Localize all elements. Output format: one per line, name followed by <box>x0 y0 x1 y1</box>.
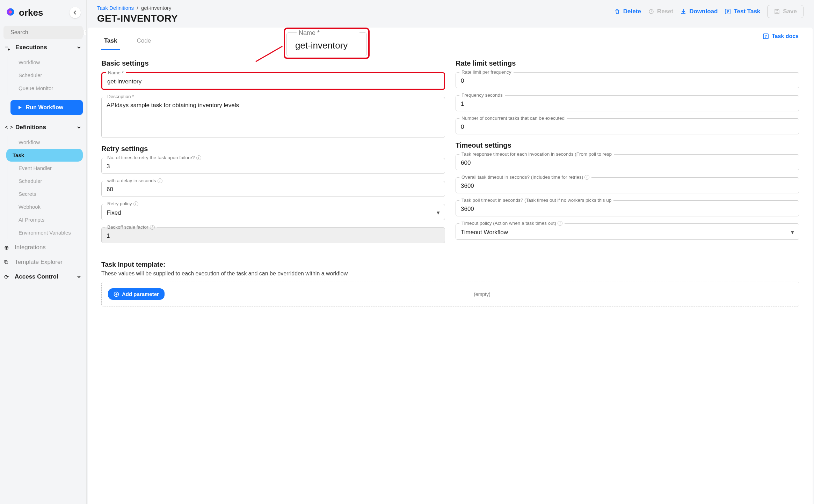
svg-text:?: ? <box>765 35 767 38</box>
rate-heading: Rate limit settings <box>456 59 799 67</box>
overall-timeout-field[interactable]: Overall task timeout in seconds? (Includ… <box>456 177 799 193</box>
chevron-left-icon <box>73 10 77 15</box>
run-workflow-button[interactable]: Run Workflow <box>10 100 83 115</box>
poll-timeout-field[interactable]: Task poll timeout in seconds? (Task time… <box>456 200 799 216</box>
download-button[interactable]: Download <box>680 8 718 15</box>
save-button[interactable]: Save <box>767 5 804 18</box>
chevron-down-icon <box>77 274 81 279</box>
nav-header-executions[interactable]: ≡▶ Executions <box>3 41 83 54</box>
nav-item-event-handler[interactable]: Event Handler <box>7 162 83 175</box>
overall-timeout-input[interactable] <box>461 183 794 190</box>
title-block: Task Definitions / get-inventory GET-INV… <box>97 5 178 24</box>
nav-item-secrets[interactable]: Secrets <box>7 187 83 200</box>
backoff-field: Backoff scale factori <box>101 227 445 243</box>
breadcrumb-parent[interactable]: Task Definitions <box>97 5 134 11</box>
resp-timeout-field[interactable]: Task response timeout for each invocatio… <box>456 154 799 170</box>
main: Task Definitions / get-inventory GET-INV… <box>87 0 814 504</box>
collapse-sidebar-button[interactable] <box>70 7 81 18</box>
retry-delay-field[interactable]: with a delay in secondsi <box>101 181 445 197</box>
retry-count-input[interactable] <box>107 163 440 170</box>
plug-icon: ⊕ <box>4 244 11 251</box>
nav-item-webhook[interactable]: Webhook <box>7 200 83 213</box>
right-col: Rate limit settings Rate limit per frequ… <box>456 57 799 250</box>
reset-button[interactable]: Reset <box>648 8 673 15</box>
breadcrumb-current: get-inventory <box>141 5 172 11</box>
template-box: Add parameter (empty) <box>101 282 799 306</box>
queue-icon: ≡▶ <box>5 44 12 51</box>
delete-button[interactable]: Delete <box>614 8 641 15</box>
chevron-down-icon <box>77 125 81 130</box>
logo-icon <box>6 8 15 17</box>
svg-point-0 <box>9 10 12 14</box>
template-heading: Task input template: <box>95 261 806 268</box>
tab-task[interactable]: Task <box>101 34 120 50</box>
info-icon[interactable]: i <box>133 201 138 206</box>
poll-timeout-input[interactable] <box>461 206 794 213</box>
plus-circle-icon <box>114 291 119 297</box>
nav-item-workflow-exec[interactable]: Workflow <box>7 56 83 69</box>
code-icon: < > <box>5 124 12 131</box>
task-docs-link[interactable]: ? Task docs <box>763 33 799 39</box>
logo-row: orkes <box>3 4 83 21</box>
test-task-button[interactable]: Test Task <box>725 8 760 15</box>
topbar: Task Definitions / get-inventory GET-INV… <box>87 0 814 28</box>
search-input[interactable] <box>10 29 80 36</box>
refresh-icon: ⟳ <box>4 274 11 280</box>
retry-policy-field[interactable]: Retry policyi Fixed▾ <box>101 204 445 220</box>
freq-sec-input[interactable] <box>461 101 794 108</box>
concurrent-input[interactable] <box>461 124 794 131</box>
nav-item-scheduler-exec[interactable]: Scheduler <box>7 69 83 82</box>
docs-icon: ? <box>763 33 769 39</box>
nav-item-queue-monitor[interactable]: Queue Monitor <box>7 82 83 95</box>
add-parameter-button[interactable]: Add parameter <box>108 288 165 300</box>
brand-text: orkes <box>19 7 43 18</box>
template-empty-text: (empty) <box>474 291 490 297</box>
retry-count-field[interactable]: No. of times to retry the task upon fail… <box>101 158 445 174</box>
name-callout: Name * get-inventory <box>284 28 370 59</box>
nav-access-control[interactable]: ⟳ Access Control <box>3 270 83 283</box>
info-icon[interactable]: i <box>584 175 589 180</box>
nav-integrations[interactable]: ⊕ Integrations <box>3 241 83 254</box>
nav-item-env-vars[interactable]: Environment Variables <box>7 226 83 239</box>
template-desc: These values will be supplied to each ex… <box>95 270 806 282</box>
info-icon[interactable]: i <box>196 155 201 160</box>
caret-down-icon: ▾ <box>791 229 794 236</box>
trash-icon <box>614 8 620 15</box>
tabs: Task Code ? Task docs <box>95 28 806 50</box>
sidebar: orkes ⌘K ≡▶ Executions Workflow Schedule… <box>0 0 87 504</box>
nav-template-explorer[interactable]: ⧉ Template Explorer <box>3 256 83 268</box>
timeout-policy-field[interactable]: Timeout policy (Action when a task times… <box>456 223 799 240</box>
content-panel: Name * get-inventory Task Code ? Task do… <box>88 28 813 504</box>
name-field[interactable]: Name * <box>101 72 445 90</box>
nav-item-task-def[interactable]: Task <box>6 149 83 162</box>
info-icon[interactable]: i <box>558 221 562 226</box>
description-field[interactable]: Description * APIdays sample task for ob… <box>101 97 445 138</box>
freq-sec-field[interactable]: Frequency seconds <box>456 95 799 111</box>
nav-header-definitions[interactable]: < > Definitions <box>3 121 83 134</box>
info-icon[interactable]: i <box>158 178 162 183</box>
retry-heading: Retry settings <box>101 145 445 153</box>
rate-limit-field[interactable]: Rate limit per frequency <box>456 72 799 88</box>
concurrent-field[interactable]: Number of concurrent tasks that can be e… <box>456 118 799 134</box>
info-icon[interactable]: i <box>150 225 155 230</box>
definitions-items: Workflow Task Event Handler Scheduler Se… <box>3 136 83 239</box>
search-box[interactable]: ⌘K <box>3 26 83 39</box>
nav-item-workflow-def[interactable]: Workflow <box>7 136 83 149</box>
download-icon <box>680 8 686 15</box>
timeout-heading: Timeout settings <box>456 141 799 149</box>
nav-item-scheduler-def[interactable]: Scheduler <box>7 175 83 187</box>
reset-icon <box>648 8 654 15</box>
retry-delay-input[interactable] <box>107 186 440 193</box>
description-input[interactable]: APIdays sample task for obtaining invent… <box>107 102 440 133</box>
left-col: Basic settings Name * Description * APId… <box>101 57 445 250</box>
name-input[interactable] <box>107 78 439 85</box>
copy-icon: ⧉ <box>4 259 11 265</box>
executions-items: Workflow Scheduler Queue Monitor <box>3 56 83 95</box>
tab-code[interactable]: Code <box>134 34 154 50</box>
chevron-down-icon <box>77 45 81 50</box>
nav-item-ai-prompts[interactable]: AI Prompts <box>7 213 83 226</box>
breadcrumb: Task Definitions / get-inventory <box>97 5 178 11</box>
kbd-hint: ⌘K <box>83 30 87 35</box>
rate-limit-input[interactable] <box>461 77 794 84</box>
resp-timeout-input[interactable] <box>461 160 794 166</box>
